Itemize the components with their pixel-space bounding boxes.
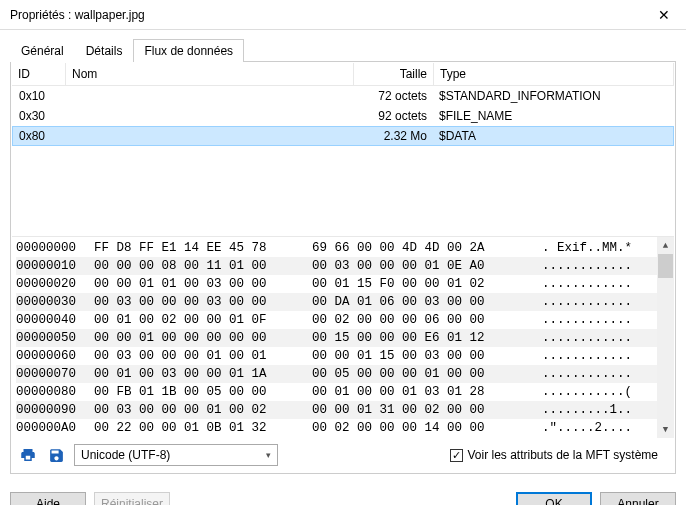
col-header-nom[interactable]: Nom — [66, 63, 354, 85]
cell-type: $FILE_NAME — [433, 107, 673, 125]
hex-bytes: 00 01 00 03 00 00 01 1A — [94, 365, 312, 383]
table-header: ID Nom Taille Type — [12, 63, 674, 86]
hex-bytes: 00 03 00 00 00 01 00 02 — [94, 401, 312, 419]
hex-offset: 00000030 — [16, 293, 94, 311]
hex-offset: 000000A0 — [16, 419, 94, 437]
hex-bytes: 00 15 00 00 00 E6 01 12 — [312, 329, 542, 347]
hex-offset: 00000050 — [16, 329, 94, 347]
encoding-value: Unicode (UTF-8) — [81, 448, 170, 462]
hex-ascii: ............ — [542, 311, 670, 329]
hex-bytes: 00 22 00 00 01 0B 01 32 — [94, 419, 312, 437]
col-header-taille[interactable]: Taille — [354, 63, 434, 85]
hex-scrollbar[interactable]: ▲ ▼ — [657, 237, 674, 438]
cell-id: 0x80 — [13, 127, 67, 145]
hex-bytes: 00 03 00 00 00 03 00 00 — [94, 293, 312, 311]
cancel-button[interactable]: Annuler — [600, 492, 676, 505]
hex-row[interactable]: 0000002000 00 01 01 00 03 00 0000 01 15 … — [16, 275, 670, 293]
hex-bytes: 00 02 00 00 00 14 00 00 — [312, 419, 542, 437]
hex-ascii: ............ — [542, 329, 670, 347]
hex-ascii: .".....2.... — [542, 419, 670, 437]
close-button[interactable]: ✕ — [641, 0, 686, 30]
hex-offset: 00000090 — [16, 401, 94, 419]
hex-offset: 00000010 — [16, 257, 94, 275]
cell-id: 0x30 — [13, 107, 67, 125]
hex-bytes: 00 FB 01 1B 00 05 00 00 — [94, 383, 312, 401]
col-header-id[interactable]: ID — [12, 63, 66, 85]
hex-offset: 00000070 — [16, 365, 94, 383]
hex-bytes: 00 00 01 15 00 03 00 00 — [312, 347, 542, 365]
hex-bytes: 69 66 00 00 4D 4D 00 2A — [312, 239, 542, 257]
cell-id: 0x10 — [13, 87, 67, 105]
hex-bytes: 00 00 00 08 00 11 01 00 — [94, 257, 312, 275]
hex-offset: 00000020 — [16, 275, 94, 293]
hex-row[interactable]: 00000000FF D8 FF E1 14 EE 45 7869 66 00 … — [16, 239, 670, 257]
table-row-selected[interactable]: 0x80 2.32 Mo $DATA — [12, 126, 674, 146]
hex-offset: 00000040 — [16, 311, 94, 329]
scroll-thumb[interactable] — [658, 254, 673, 278]
hex-offset: 00000060 — [16, 347, 94, 365]
hex-ascii: ............ — [542, 275, 670, 293]
cell-type: $STANDARD_INFORMATION — [433, 87, 673, 105]
scroll-down-icon[interactable]: ▼ — [657, 421, 674, 438]
streams-table: ID Nom Taille Type 0x10 72 octets $STAND… — [12, 63, 674, 146]
hex-row[interactable]: 000000A000 22 00 00 01 0B 01 3200 02 00 … — [16, 419, 670, 437]
hex-ascii: .........1.. — [542, 401, 670, 419]
print-icon[interactable] — [18, 445, 38, 465]
hex-row[interactable]: 0000003000 03 00 00 00 03 00 0000 DA 01 … — [16, 293, 670, 311]
hex-bytes: 00 02 00 00 00 06 00 00 — [312, 311, 542, 329]
hex-bytes: 00 00 01 31 00 02 00 00 — [312, 401, 542, 419]
col-header-type[interactable]: Type — [434, 63, 674, 85]
cell-taille: 2.32 Mo — [353, 127, 433, 145]
hex-ascii: . Exif..MM.* — [542, 239, 670, 257]
reset-button: Réinitialiser — [94, 492, 170, 505]
mft-checkbox-wrap[interactable]: ✓ Voir les attributs de la MFT système — [450, 448, 658, 462]
hex-bytes: 00 DA 01 06 00 03 00 00 — [312, 293, 542, 311]
window-title: Propriétés : wallpaper.jpg — [10, 8, 145, 22]
hex-ascii: ...........( — [542, 383, 670, 401]
help-button[interactable]: Aide — [10, 492, 86, 505]
title-bar: Propriétés : wallpaper.jpg ✕ — [0, 0, 686, 30]
hex-row[interactable]: 0000009000 03 00 00 00 01 00 0200 00 01 … — [16, 401, 670, 419]
hex-offset: 00000080 — [16, 383, 94, 401]
hex-row[interactable]: 0000001000 00 00 08 00 11 01 0000 03 00 … — [16, 257, 670, 275]
hex-row[interactable]: 0000004000 01 00 02 00 00 01 0F00 02 00 … — [16, 311, 670, 329]
tab-strip: Général Détails Flux de données — [10, 38, 676, 62]
tab-general[interactable]: Général — [10, 39, 75, 62]
hex-offset: 00000000 — [16, 239, 94, 257]
hex-row[interactable]: 0000005000 00 01 00 00 00 00 0000 15 00 … — [16, 329, 670, 347]
hex-bytes: 00 00 01 00 00 00 00 00 — [94, 329, 312, 347]
cell-nom — [67, 87, 353, 105]
hex-row[interactable]: 0000007000 01 00 03 00 00 01 1A00 05 00 … — [16, 365, 670, 383]
hex-bytes: 00 01 00 02 00 00 01 0F — [94, 311, 312, 329]
cell-nom — [67, 127, 353, 145]
scroll-up-icon[interactable]: ▲ — [657, 237, 674, 254]
mft-checkbox-label: Voir les attributs de la MFT système — [467, 448, 658, 462]
chevron-down-icon: ▾ — [266, 450, 271, 460]
dialog-buttons: Aide Réinitialiser OK Annuler — [0, 484, 686, 505]
encoding-dropdown[interactable]: Unicode (UTF-8) ▾ — [74, 444, 278, 466]
hex-bytes: 00 01 15 F0 00 00 01 02 — [312, 275, 542, 293]
hex-bytes: 00 00 01 01 00 03 00 00 — [94, 275, 312, 293]
hex-viewer: 00000000FF D8 FF E1 14 EE 45 7869 66 00 … — [12, 236, 674, 438]
cell-taille: 92 octets — [353, 107, 433, 125]
hex-row[interactable]: 0000006000 03 00 00 00 01 00 0100 00 01 … — [16, 347, 670, 365]
hex-ascii: ............ — [542, 347, 670, 365]
table-row[interactable]: 0x10 72 octets $STANDARD_INFORMATION — [12, 86, 674, 106]
hex-bytes: 00 05 00 00 00 01 00 00 — [312, 365, 542, 383]
cell-nom — [67, 107, 353, 125]
tab-details[interactable]: Détails — [75, 39, 134, 62]
hex-bytes: 00 03 00 00 00 01 0E A0 — [312, 257, 542, 275]
tab-panel: ID Nom Taille Type 0x10 72 octets $STAND… — [10, 62, 676, 474]
cell-type: $DATA — [433, 127, 673, 145]
tab-streams[interactable]: Flux de données — [133, 39, 244, 62]
content-area: Général Détails Flux de données ID Nom T… — [0, 30, 686, 484]
hex-row[interactable]: 0000008000 FB 01 1B 00 05 00 0000 01 00 … — [16, 383, 670, 401]
checkbox-icon[interactable]: ✓ — [450, 449, 463, 462]
save-icon[interactable] — [46, 445, 66, 465]
table-row[interactable]: 0x30 92 octets $FILE_NAME — [12, 106, 674, 126]
hex-bytes: 00 03 00 00 00 01 00 01 — [94, 347, 312, 365]
ok-button[interactable]: OK — [516, 492, 592, 505]
hex-ascii: ............ — [542, 293, 670, 311]
cell-taille: 72 octets — [353, 87, 433, 105]
hex-toolbar: Unicode (UTF-8) ▾ ✓ Voir les attributs d… — [12, 438, 674, 472]
